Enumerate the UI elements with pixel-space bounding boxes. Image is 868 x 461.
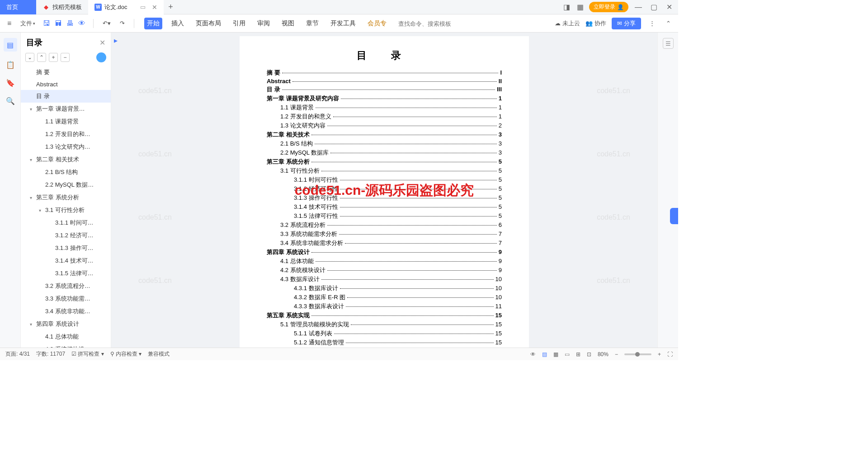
maximize-icon[interactable]: ▢ (648, 3, 659, 11)
tab-home[interactable]: 首页 (0, 0, 36, 14)
close-window-icon[interactable]: ✕ (664, 3, 675, 11)
save-as-icon[interactable]: 🖬 (53, 19, 63, 28)
toc-text: 3.1 可行性分析 (280, 167, 320, 175)
toc-text: 3.1.4 技术可行性 (294, 203, 338, 211)
chevron-up-icon[interactable]: ⌃ (663, 18, 674, 28)
ribbon-tab[interactable]: 会员专 (365, 18, 389, 29)
file-menu[interactable]: 文件 ▾ (18, 18, 38, 29)
toc-line: 5.1.1 试卷列表15 (267, 329, 502, 338)
outline-item[interactable]: ▾第四章 系统设计 (21, 318, 111, 330)
ribbon-tab[interactable]: 视图 (279, 18, 297, 29)
outline-icon[interactable]: ▤ (4, 38, 17, 52)
panel-close-icon[interactable]: ✕ (99, 38, 105, 47)
outline-item[interactable]: Abstract (21, 79, 111, 90)
split-view-icon[interactable]: ▭ (140, 4, 146, 10)
page-indicator[interactable]: 页面: 4/31 (5, 350, 30, 358)
outline-item[interactable]: 3.4 系统非功能… (21, 305, 111, 318)
command-search-input[interactable] (398, 20, 480, 27)
login-button[interactable]: 立即登录👤 (589, 2, 628, 12)
outline-item[interactable]: 3.1.3 操作可… (21, 242, 111, 254)
toc-line: 3.1.2 经济可行性5 (267, 185, 502, 193)
print-preview-icon[interactable]: 👁 (77, 19, 87, 28)
toc-page: 15 (495, 330, 502, 337)
outline-item[interactable]: ▾第二章 相关技术 (21, 153, 111, 166)
add-heading-icon[interactable]: + (49, 53, 58, 62)
compat-mode[interactable]: 兼容模式 (148, 350, 170, 358)
search-icon[interactable]: 🔍 (5, 96, 15, 106)
outline-item[interactable]: 3.1.2 经济可… (21, 229, 111, 242)
toc-page: 1 (499, 104, 502, 111)
ribbon-tab[interactable]: 页面布局 (193, 18, 224, 29)
spellcheck-status[interactable]: ☑ 拼写检查 ▾ (71, 350, 104, 358)
outline-item[interactable]: 3.1.5 法律可… (21, 267, 111, 280)
cloud-status[interactable]: ☁未上云 (555, 19, 580, 28)
word-count[interactable]: 字数: 11707 (36, 350, 65, 358)
outline-item[interactable]: 3.2 系统流程分… (21, 280, 111, 292)
close-icon[interactable]: ✕ (152, 4, 157, 11)
outline-item[interactable]: 3.1.1 时间可… (21, 216, 111, 229)
toc-text: 3.1.3 操作可行性 (294, 194, 338, 202)
more-icon[interactable]: ⋮ (646, 18, 658, 28)
outline-layout-icon[interactable]: ⊞ (576, 351, 580, 358)
command-search[interactable] (398, 19, 480, 28)
share-button[interactable]: ✉ 分享 (612, 18, 641, 29)
outline-item[interactable]: 目 录 (21, 90, 111, 103)
eye-mode-icon[interactable]: 👁 (530, 351, 536, 358)
menu-icon[interactable]: ≡ (5, 18, 14, 29)
zoom-level[interactable]: 80% (598, 351, 609, 358)
page-layout-icon[interactable]: ▦ (553, 351, 558, 358)
outline-item[interactable]: 4.2 系统模块设… (21, 343, 111, 348)
watermark: code51.cn (138, 277, 172, 285)
tab-templates[interactable]: ◆ 找稻壳模板 (36, 0, 88, 14)
collab-button[interactable]: 👥协作 (585, 19, 606, 28)
new-tab-button[interactable]: + (164, 0, 178, 14)
outline-item[interactable]: 4.1 总体功能 (21, 330, 111, 343)
outline-item[interactable]: 1.3 论文研究内… (21, 141, 111, 153)
outline-item[interactable]: 1.2 开发目的和… (21, 128, 111, 141)
zoom-slider[interactable] (624, 353, 651, 355)
style-panel-icon[interactable]: ☰ (663, 38, 674, 49)
sidebar-toggle-icon[interactable]: ◨ (562, 3, 571, 12)
collapse-all-icon[interactable]: ⌄ (25, 53, 34, 62)
fullscreen-icon[interactable]: ⛶ (667, 351, 673, 358)
redo-button[interactable]: ↷ (117, 18, 127, 28)
web-layout-icon[interactable]: ▭ (565, 351, 570, 358)
zoom-in-icon[interactable]: + (658, 351, 661, 358)
clipboard-icon[interactable]: 📋 (5, 60, 15, 70)
outline-item[interactable]: 摘 要 (21, 66, 111, 79)
ribbon-tab[interactable]: 开始 (144, 18, 162, 29)
expand-all-icon[interactable]: ⌃ (37, 53, 46, 62)
apps-icon[interactable]: ▦ (576, 3, 585, 12)
ribbon-tab[interactable]: 章节 (303, 18, 321, 29)
document-area[interactable]: ▸ 目 录 摘 要IAbstractII目 录III第一章 课题背景及研究内容1… (111, 33, 657, 348)
undo-button[interactable]: ↶▾ (100, 18, 113, 28)
outline-item[interactable]: ▾第一章 课题背景… (21, 103, 111, 115)
tab-document[interactable]: W 论文.doc ▭ ✕ (88, 0, 164, 14)
ribbon-tab[interactable]: 开发工具 (328, 18, 359, 29)
ribbon-tab[interactable]: 审阅 (255, 18, 273, 29)
feedback-tab[interactable] (670, 208, 678, 224)
read-layout-icon[interactable]: ▤ (542, 351, 547, 358)
outline-item-label: 摘 要 (36, 68, 50, 76)
outline-item[interactable]: ▾3.1 可行性分析 (21, 204, 111, 216)
outline-item[interactable]: ▾第三章 系统分析 (21, 191, 111, 204)
save-icon[interactable]: 🖫 (42, 19, 52, 28)
outline-item[interactable]: 3.1.4 技术可… (21, 254, 111, 267)
outline-item[interactable]: 3.3 系统功能需… (21, 292, 111, 305)
outline-item[interactable]: 2.1 B/S 结构 (21, 166, 111, 179)
user-icon: 👤 (617, 4, 624, 10)
fit-width-icon[interactable]: ⊡ (587, 351, 591, 358)
chevron-down-icon: ▾ (39, 208, 45, 213)
print-icon[interactable]: 🖶 (65, 19, 75, 28)
bookmark-icon[interactable]: 🔖 (5, 78, 15, 88)
outline-item[interactable]: 1.1 课题背景 (21, 115, 111, 128)
page-gutter-icon[interactable]: ▸ (114, 36, 118, 45)
ribbon-tab[interactable]: 引用 (230, 18, 248, 29)
outline-item[interactable]: 2.2 MySQL 数据… (21, 179, 111, 191)
ai-assist-icon[interactable] (96, 52, 106, 62)
zoom-out-icon[interactable]: − (615, 351, 618, 358)
content-check-status[interactable]: ⚲ 内容检查 ▾ (110, 350, 142, 358)
minimize-icon[interactable]: — (633, 3, 644, 11)
remove-heading-icon[interactable]: − (61, 53, 70, 62)
ribbon-tab[interactable]: 插入 (169, 18, 187, 29)
